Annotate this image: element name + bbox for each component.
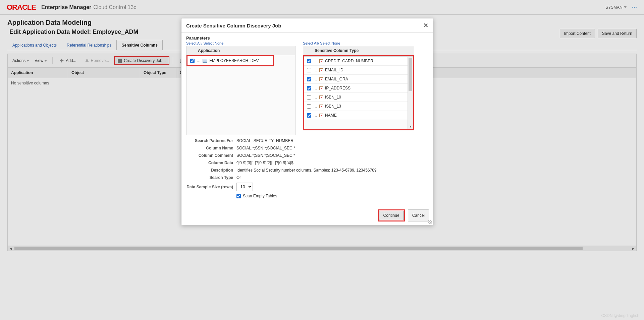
application-checkbox[interactable] xyxy=(190,59,195,63)
ellipsis-icon: … xyxy=(313,104,317,109)
sample-size-select[interactable]: 10 xyxy=(236,183,253,191)
sct-checkbox[interactable] xyxy=(307,95,311,100)
dialog-header: Create Sensitive Column Discovery Job ✕ xyxy=(181,18,433,33)
description-label: Description xyxy=(186,168,233,173)
scroll-down-icon[interactable]: ▾ xyxy=(408,124,413,129)
sct-column: Select All/ Select None Sensitive Column… xyxy=(303,41,414,135)
ellipsis-icon: … xyxy=(313,59,317,63)
description-value: Identifies Social Security number column… xyxy=(236,168,377,173)
ellipsis-icon: … xyxy=(313,95,317,100)
column-data-value: ^[0-9]{3}[- ]?[0-9]{2}[- ]?[0-9]{4}$ xyxy=(236,161,293,165)
sct-row[interactable]: …IP_ADDRESS xyxy=(304,84,408,93)
ellipsis-icon: … xyxy=(313,77,317,81)
search-type-value: Or xyxy=(236,175,241,180)
resize-handle-icon[interactable] xyxy=(428,220,432,224)
application-list-header: Application xyxy=(186,46,296,55)
sct-icon xyxy=(319,95,323,99)
sct-label: EMAIL_ID xyxy=(325,68,343,72)
dialog-body: Parameters Select All/ Select None Appli… xyxy=(181,33,433,206)
search-patterns-for-value: SOCIAL_SECURITY_NUMBER xyxy=(236,138,293,143)
continue-button[interactable]: Continue xyxy=(379,211,404,220)
column-comment-value: SOCIAL.*;SSN.*;SOCIAL_SEC.* xyxy=(236,153,295,158)
dialog-title: Create Sensitive Column Discovery Job xyxy=(186,23,281,28)
application-icon xyxy=(203,59,207,63)
application-row[interactable]: … EMPLOYEESEARCH_DEV xyxy=(187,56,273,65)
ellipsis-icon: … xyxy=(313,86,317,90)
sct-label: IP_ADDRESS xyxy=(325,86,351,90)
search-patterns-for-label: Search Patterns For xyxy=(186,138,233,143)
pattern-form: Search Patterns ForSOCIAL_SECURITY_NUMBE… xyxy=(186,138,428,198)
sct-list: …CREDIT_CARD_NUMBER …EMAIL_ID …EMAIL_ORA… xyxy=(304,56,413,129)
column-name-label: Column Name xyxy=(186,146,233,150)
sct-icon xyxy=(319,68,323,72)
sct-checkbox[interactable] xyxy=(307,113,311,118)
continue-highlight: Continue xyxy=(378,209,405,221)
column-name-value: SOCIAL.*;SSN.*;SOCIAL_SEC.* xyxy=(236,146,295,150)
ellipsis-icon: … xyxy=(313,68,317,72)
sct-checkbox[interactable] xyxy=(307,68,311,72)
select-all-none-link[interactable]: Select All/ Select None xyxy=(303,41,414,45)
sct-row[interactable]: …NAME xyxy=(304,111,408,120)
sct-checkbox[interactable] xyxy=(307,77,311,81)
parameters-heading: Parameters xyxy=(186,36,428,41)
scan-empty-checkbox[interactable] xyxy=(236,194,241,198)
ellipsis-icon: … xyxy=(197,58,201,63)
column-comment-label: Column Comment xyxy=(186,153,233,158)
sct-icon xyxy=(319,86,323,90)
sample-size-label: Data Sample Size (rows) xyxy=(186,185,233,189)
sct-row[interactable]: …ISBN_10 xyxy=(304,93,408,102)
create-discovery-job-dialog: Create Sensitive Column Discovery Job ✕ … xyxy=(181,18,433,225)
watermark: CSDN @dingdingfish xyxy=(601,313,639,318)
sct-row[interactable]: …EMAIL_ORA xyxy=(304,75,408,84)
search-type-label: Search Type xyxy=(186,175,233,180)
sct-label: CREDIT_CARD_NUMBER xyxy=(325,59,373,63)
sct-label: ISBN_10 xyxy=(325,95,341,100)
select-all-none-link[interactable]: Select All/ Select None xyxy=(186,41,296,45)
sct-checkbox[interactable] xyxy=(307,86,311,90)
sct-label: ISBN_13 xyxy=(325,104,341,109)
sct-row[interactable]: …ISBN_13 xyxy=(304,102,408,111)
sct-checkbox[interactable] xyxy=(307,104,311,109)
application-name: EMPLOYEESEARCH_DEV xyxy=(209,58,259,63)
ellipsis-icon: … xyxy=(313,113,317,118)
sct-icon xyxy=(319,77,323,81)
sct-label: NAME xyxy=(325,113,337,118)
sct-checkbox[interactable] xyxy=(307,59,311,63)
sct-icon xyxy=(319,105,323,108)
sct-row[interactable]: …CREDIT_CARD_NUMBER xyxy=(304,57,408,66)
sct-icon xyxy=(319,114,323,117)
application-row-highlight: … EMPLOYEESEARCH_DEV xyxy=(186,55,274,66)
sct-icon xyxy=(319,59,323,63)
application-list: … EMPLOYEESEARCH_DEV xyxy=(186,55,296,135)
sct-label: EMAIL_ORA xyxy=(325,77,348,81)
cancel-button[interactable]: Cancel xyxy=(408,209,429,221)
scroll-thumb[interactable] xyxy=(409,58,412,91)
application-column: Select All/ Select None Application … EM… xyxy=(186,41,296,135)
sct-scrollbar[interactable]: ▾ xyxy=(408,57,413,129)
dialog-close-button[interactable]: ✕ xyxy=(423,22,428,29)
sct-list-header: Sensitive Column Type xyxy=(303,46,414,55)
column-data-label: Column Data xyxy=(186,161,233,165)
scan-empty-label: Scan Empty Tables xyxy=(243,194,277,198)
sct-highlight-box: …CREDIT_CARD_NUMBER …EMAIL_ID …EMAIL_ORA… xyxy=(303,55,414,130)
dialog-footer: Continue Cancel xyxy=(181,206,433,225)
sct-row[interactable]: …EMAIL_ID xyxy=(304,66,408,75)
